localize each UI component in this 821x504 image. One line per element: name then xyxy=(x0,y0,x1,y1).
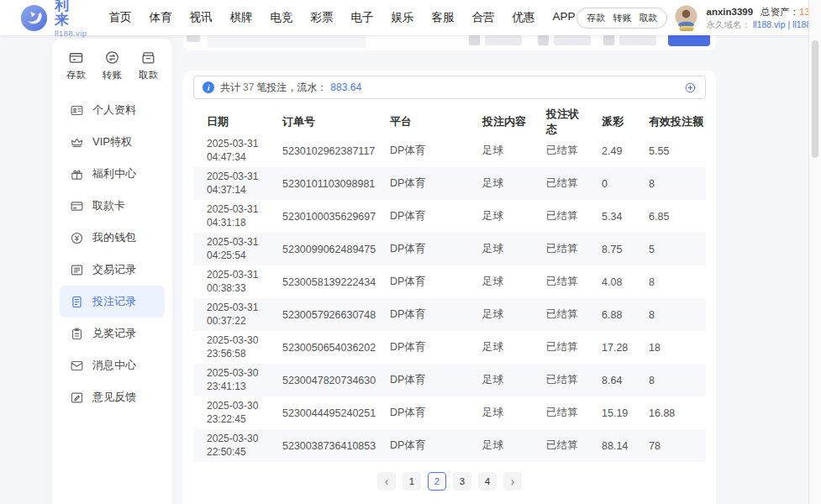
pagination-page-button[interactable]: 3 xyxy=(453,472,471,491)
cell-valid: 8 xyxy=(635,178,706,190)
sidebar-menu-item[interactable]: 兑奖记录 xyxy=(52,318,172,349)
cell-content: 足球 xyxy=(469,209,533,223)
nav-item[interactable]: 首页 xyxy=(107,7,133,29)
sidebar-item-label: VIP特权 xyxy=(92,134,132,150)
quick-action[interactable]: 转账 xyxy=(103,50,122,81)
cell-valid: 5.55 xyxy=(635,145,706,157)
scrollbar-track[interactable] xyxy=(808,0,821,504)
col-header-platform: 平台 xyxy=(376,114,469,129)
pagination-next-button[interactable]: › xyxy=(503,472,522,491)
sidebar-menu-item[interactable]: 取款卡 xyxy=(52,190,172,222)
table-row: 2025-03-3104:31:18 5230100035629697 DP体育… xyxy=(193,200,706,233)
wallet-pill-item[interactable]: 取款 xyxy=(639,12,657,24)
summary-bar: i 共计37笔投注，流水：883.64 xyxy=(193,76,706,99)
cell-platform: DP体育 xyxy=(376,340,469,354)
sidebar-menu-item[interactable]: 消息中心 xyxy=(52,349,172,381)
sidebar-menu-item[interactable]: VIP特权 xyxy=(52,126,172,158)
filter-option-icon-fragment[interactable] xyxy=(538,34,549,45)
expand-plus-icon[interactable] xyxy=(684,81,697,94)
nav-item[interactable]: 棋牌 xyxy=(228,7,254,29)
cell-content: 足球 xyxy=(469,275,533,289)
cell-valid: 6.85 xyxy=(635,211,706,223)
table-header: 日期 订单号 平台 投注内容 投注状态 派彩 有效投注额 xyxy=(193,109,706,134)
nav-item[interactable]: 合营 xyxy=(470,7,496,29)
scrollbar-thumb[interactable] xyxy=(812,40,818,158)
sidebar-menu-item[interactable]: 福利中心 xyxy=(52,158,172,190)
cell-valid: 78 xyxy=(635,440,706,452)
summary-turnover: 883.64 xyxy=(330,81,361,93)
cell-payout: 17.28 xyxy=(588,342,635,354)
wallet-pill-item[interactable]: 转账 xyxy=(613,12,631,24)
bet-records-card: i 共计37笔投注，流水：883.64 日期 订单号 平台 投注内容 投注状态 … xyxy=(183,71,716,504)
cell-content: 足球 xyxy=(469,144,533,158)
nav-item[interactable]: 视讯 xyxy=(187,7,213,29)
cell-status: 已结算 xyxy=(533,406,588,420)
cell-platform: DP体育 xyxy=(376,209,469,223)
quick-action[interactable]: 存款 xyxy=(66,50,86,81)
summary-count: 37 xyxy=(243,81,254,93)
cell-content: 足球 xyxy=(469,406,533,420)
sidebar-menu-item[interactable]: 我的钱包 xyxy=(52,222,172,254)
filter-option-label-fragment xyxy=(619,35,656,45)
cell-status: 已结算 xyxy=(533,242,588,256)
cell-order: 5230058139222434 xyxy=(269,276,376,288)
cell-order: 5230050654036202 xyxy=(269,342,376,354)
cell-platform: DP体育 xyxy=(376,275,469,289)
cell-payout: 5.34 xyxy=(588,211,635,223)
pagination-page-button[interactable]: 4 xyxy=(478,472,497,491)
cell-platform: DP体育 xyxy=(376,307,469,322)
nav-item[interactable]: 电竞 xyxy=(268,7,294,29)
quick-action-label: 转账 xyxy=(103,69,122,81)
nav-item[interactable]: 娱乐 xyxy=(389,7,415,29)
brand-domain: ll188.vip xyxy=(55,29,87,38)
table-row: 2025-03-3104:37:14 5230101103098981 DP体育… xyxy=(193,167,706,200)
pagination-page-button[interactable]: 2 xyxy=(428,472,446,491)
nav-item[interactable]: 体育 xyxy=(147,7,173,29)
cell-valid: 8 xyxy=(635,309,706,321)
table-row: 2025-03-3104:47:34 5230102962387117 DP体育… xyxy=(193,134,706,167)
cell-valid: 8 xyxy=(635,375,706,386)
sidebar-item-label: 取款卡 xyxy=(92,198,125,213)
pagination-pages: 1234 xyxy=(403,472,497,491)
cell-platform: DP体育 xyxy=(376,242,469,256)
sidebar-menu-item[interactable]: 投注记录 xyxy=(60,286,165,318)
sidebar-menu-item[interactable]: 交易记录 xyxy=(52,254,172,286)
cell-platform: DP体育 xyxy=(376,373,469,387)
perma-domain-label: 永久域名： xyxy=(706,18,750,31)
nav-item[interactable]: 彩票 xyxy=(308,7,334,29)
cell-order: 5230038736410853 xyxy=(269,440,376,452)
nav-item[interactable]: 客服 xyxy=(429,7,455,29)
summary-prefix: 共计 xyxy=(220,81,240,93)
nav-item[interactable]: APP xyxy=(550,7,576,29)
brand-logo[interactable]: 利来 ll188.vip xyxy=(20,0,87,37)
sidebar-menu-item[interactable]: 个人资料 xyxy=(52,94,172,126)
cell-platform: DP体育 xyxy=(376,438,469,453)
cell-payout: 6.88 xyxy=(588,309,635,321)
cell-status: 已结算 xyxy=(533,275,588,289)
sidebar-item-icon xyxy=(70,359,84,373)
quick-action[interactable]: 取款 xyxy=(139,50,158,81)
table-row: 2025-03-3022:50:45 5230038736410853 DP体育… xyxy=(193,429,706,462)
cell-date: 2025-03-3104:25:54 xyxy=(193,236,269,262)
cell-order: 5230099062489475 xyxy=(269,244,376,255)
pagination-prev-button[interactable]: ‹ xyxy=(377,472,396,491)
nav-item[interactable]: 电子 xyxy=(349,7,375,29)
nav-item[interactable]: 优惠 xyxy=(510,7,536,29)
avatar[interactable] xyxy=(675,5,698,31)
filter-option-icon-fragment[interactable] xyxy=(603,34,614,45)
sidebar-menu-item[interactable]: 意见反馈 xyxy=(52,381,172,413)
cell-status: 已结算 xyxy=(533,438,588,453)
cell-valid: 8 xyxy=(635,276,706,288)
quick-action-icon xyxy=(140,50,156,66)
sidebar-item-label: 交易记录 xyxy=(92,262,136,277)
cell-date: 2025-03-3100:37:22 xyxy=(193,302,269,328)
cell-order: 5230044495240251 xyxy=(269,407,376,419)
sidebar-item-label: 消息中心 xyxy=(92,358,136,373)
wallet-pill-item[interactable]: 存款 xyxy=(587,12,605,24)
sidebar-item-label: 个人资料 xyxy=(92,102,136,118)
filter-option-icon-fragment[interactable] xyxy=(469,34,480,45)
pagination-page-button[interactable]: 1 xyxy=(403,472,421,491)
table-row: 2025-03-3023:22:45 5230044495240251 DP体育… xyxy=(193,396,706,429)
cell-date: 2025-03-3022:50:45 xyxy=(193,433,269,459)
cell-platform: DP体育 xyxy=(376,144,469,158)
